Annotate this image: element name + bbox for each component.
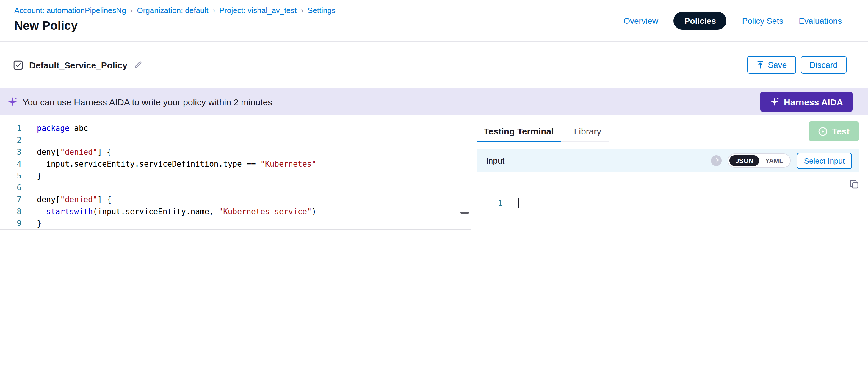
module-tabs: Overview Policies Policy Sets Evaluation… <box>623 0 842 41</box>
code-line: 3deny["denied"] { <box>0 146 471 158</box>
testing-panel-tabs: Testing Terminal Library <box>476 123 608 142</box>
code-line: 2 <box>0 134 471 146</box>
line-number: 5 <box>0 170 22 182</box>
breadcrumb-separator: › <box>212 6 215 15</box>
breadcrumb-separator: › <box>130 6 133 15</box>
discard-button[interactable]: Discard <box>801 56 846 74</box>
tab-library[interactable]: Library <box>567 123 609 141</box>
format-toggle: JSON YAML <box>727 154 790 168</box>
code-text: } <box>22 218 42 229</box>
breadcrumb-settings[interactable]: Settings <box>308 6 336 15</box>
aida-sparkle-icon <box>770 97 779 106</box>
prettify-icon[interactable] <box>711 155 722 166</box>
format-option-json[interactable]: JSON <box>730 155 759 166</box>
save-button-label: Save <box>768 60 787 70</box>
format-option-yaml[interactable]: YAML <box>759 155 789 166</box>
code-line: 4 input.serviceEntity.serviceDefinition.… <box>0 158 471 170</box>
test-button-label: Test <box>832 126 849 136</box>
policy-actions: Save Discard <box>747 56 846 74</box>
tab-overview[interactable]: Overview <box>623 16 658 25</box>
line-number: 8 <box>0 206 22 218</box>
code-line: 7deny["denied"] { <box>0 194 471 206</box>
breadcrumb-separator: › <box>301 6 303 15</box>
edit-name-icon[interactable] <box>133 60 143 70</box>
page-title: New Policy <box>14 19 336 33</box>
tab-evaluations[interactable]: Evaluations <box>799 16 842 25</box>
editor-scrollbar-thumb[interactable] <box>461 212 469 214</box>
input-editor[interactable]: 1 <box>476 172 859 211</box>
line-number: 7 <box>0 194 22 206</box>
code-line: 9} <box>0 218 471 230</box>
breadcrumb-organization[interactable]: Organization: default <box>137 6 208 15</box>
sparkle-icon <box>7 96 18 107</box>
aida-banner-left: You can use Harness AIDA to write your p… <box>7 96 272 107</box>
tab-testing-terminal[interactable]: Testing Terminal <box>476 123 561 142</box>
line-number: 6 <box>0 182 22 194</box>
breadcrumb-account[interactable]: Account: automationPipelinesNg <box>14 6 126 15</box>
line-number: 4 <box>0 158 22 170</box>
harness-aida-button[interactable]: Harness AIDA <box>760 92 852 112</box>
line-number: 2 <box>0 134 22 146</box>
policy-toolbar: Default_Service_Policy Save Discard <box>0 42 868 88</box>
code-text: startswith(input.serviceEntity.name, "Ku… <box>22 206 316 218</box>
page-header: Account: automationPipelinesNg › Organiz… <box>0 0 868 42</box>
policy-check-icon <box>13 60 23 70</box>
header-left: Account: automationPipelinesNg › Organiz… <box>14 0 336 41</box>
code-line: 8 startswith(input.serviceEntity.name, "… <box>0 206 471 218</box>
save-button[interactable]: Save <box>747 56 796 74</box>
harness-aida-button-label: Harness AIDA <box>784 97 843 107</box>
input-section-header: Input JSON YAML Select Input <box>476 149 859 172</box>
aida-banner-message: You can use Harness AIDA to write your p… <box>23 97 272 107</box>
input-title: Input <box>486 156 504 165</box>
input-editor-line[interactable]: 1 <box>476 195 859 211</box>
upload-icon <box>756 61 764 69</box>
tab-policy-sets[interactable]: Policy Sets <box>742 16 783 25</box>
main-content: 1package abc23deny["denied"] {4 input.se… <box>0 116 868 369</box>
play-icon <box>818 126 828 136</box>
code-line: 5} <box>0 170 471 182</box>
line-number: 3 <box>0 146 22 158</box>
test-button[interactable]: Test <box>809 121 859 141</box>
code-lines: 1package abc23deny["denied"] {4 input.se… <box>0 123 471 230</box>
code-text: } <box>22 170 42 182</box>
select-input-button[interactable]: Select Input <box>797 153 852 169</box>
code-text: input.serviceEntity.serviceDefinition.ty… <box>22 158 316 170</box>
code-line: 6 <box>0 182 471 194</box>
line-number: 1 <box>476 198 503 207</box>
line-number: 1 <box>0 123 22 134</box>
input-header-actions: JSON YAML Select Input <box>711 153 852 169</box>
tab-policies[interactable]: Policies <box>674 11 727 29</box>
code-text: deny["denied"] { <box>22 146 112 158</box>
policy-editor[interactable]: 1package abc23deny["denied"] {4 input.se… <box>0 116 471 369</box>
code-text <box>22 182 37 194</box>
copy-icon[interactable] <box>849 180 859 189</box>
policy-name: Default_Service_Policy <box>29 60 127 70</box>
code-line: 1package abc <box>0 123 471 134</box>
testing-panel: Testing Terminal Library Test Input JSON… <box>471 116 868 369</box>
code-text: package abc <box>22 123 88 134</box>
discard-button-label: Discard <box>809 60 838 70</box>
aida-banner: You can use Harness AIDA to write your p… <box>0 88 868 116</box>
policy-title-group: Default_Service_Policy <box>13 60 143 70</box>
line-number: 9 <box>0 218 22 229</box>
code-text: deny["denied"] { <box>22 194 112 206</box>
app: Account: automationPipelinesNg › Organiz… <box>0 0 868 376</box>
breadcrumb: Account: automationPipelinesNg › Organiz… <box>14 6 336 15</box>
breadcrumb-project[interactable]: Project: vishal_av_test <box>219 6 297 15</box>
code-text <box>22 134 37 146</box>
text-cursor <box>518 198 519 208</box>
